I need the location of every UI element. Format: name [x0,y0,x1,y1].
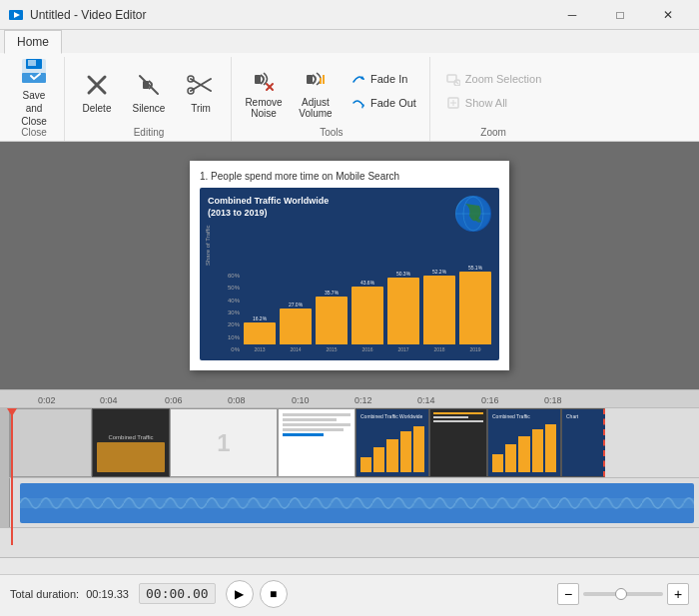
clip-7[interactable]: Combined Traffic [487,408,561,477]
ruler-mark-002: 0:02 [38,392,56,406]
editing-group-label: Editing [73,125,225,141]
remove-noise-button[interactable]: RemoveNoise [240,59,288,123]
ribbon-group-editing: Delete Silence [67,57,232,141]
clip-1[interactable] [10,408,92,477]
trim-icon [185,69,217,101]
zoom-slider[interactable] [583,592,663,596]
bar-2013 [244,322,276,344]
timeline-ruler[interactable]: 0:02 0:04 0:06 0:08 0:10 0:12 0:14 0:16 … [0,390,699,408]
maximize-button[interactable]: □ [597,0,643,30]
fade-in-icon [350,71,366,87]
clip-6-content [430,409,486,476]
slide-preview: 1. People spend more time on Mobile Sear… [190,161,509,370]
fade-out-icon [350,95,366,111]
bars-container: 16.2% 2013 27.0% 2014 35.7% 2015 [244,273,491,352]
show-all-button[interactable]: Show All [438,92,548,114]
ruler-marks: 0:02 0:04 0:06 0:08 0:10 0:12 0:14 0:16 … [10,390,699,407]
bar-group-2015: 35.7% 2015 [316,290,348,352]
window-title: Untitled - Video Editor [30,8,549,22]
ruler-mark-004: 0:04 [100,392,118,406]
fade-in-label: Fade In [370,73,407,85]
y-axis-label: Share of Traffic [205,225,211,266]
bar-2019 [459,272,491,344]
video-track[interactable]: Combined Traffic 1 [0,408,699,478]
window-controls: ─ □ ✕ [549,0,691,30]
editing-group-content: Delete Silence [73,57,225,125]
clip-8[interactable]: Chart [561,408,605,477]
stop-button[interactable]: ■ [260,580,288,608]
adjust-volume-button[interactable]: AdjustVolume [292,59,340,123]
fade-buttons-col: Fade In Fade Out [344,68,423,114]
silence-button[interactable]: Silence [125,59,173,123]
trim-label: Trim [191,103,211,114]
zoom-group-content: Zoom Selection Show All [438,57,548,125]
clip-5[interactable]: Combined Traffic Worldwide [355,408,429,477]
bar-group-2018: 52.2% 2018 [423,269,455,352]
svg-rect-19 [323,75,325,84]
timeline-tracks: Combined Traffic 1 [0,408,699,574]
bar-group-2013: 16.2% 2013 [244,315,276,352]
ruler-mark-016: 0:16 [481,392,499,406]
show-all-icon [445,95,461,111]
clip-4-content [279,409,354,476]
app-icon [8,7,24,23]
save-close-icon [18,55,50,87]
close-group-content: Save andClose [10,57,58,125]
bar-2014 [280,308,312,344]
clip-2-content: Combined Traffic [93,409,169,476]
tools-group-label: Tools [240,125,423,141]
svg-rect-14 [255,75,261,84]
ruler-mark-006: 0:06 [165,392,183,406]
audio-track[interactable] [0,478,699,528]
bar-2015 [316,297,348,344]
save-close-label: Save andClose [15,89,53,128]
ribbon-tabs: Home [0,30,699,53]
clip-4[interactable] [278,408,355,477]
close-button[interactable]: ✕ [645,0,691,30]
silence-label: Silence [133,103,166,114]
duration-value: 00:19.33 [86,588,129,600]
ruler-mark-008: 0:08 [228,392,246,406]
video-clips: Combined Traffic 1 [10,408,699,477]
play-button[interactable]: ▶ [226,580,254,608]
delete-button[interactable]: Delete [73,59,121,123]
zoom-selection-icon [445,71,461,87]
clip-3-content: 1 [171,409,277,476]
minimize-button[interactable]: ─ [549,0,595,30]
fade-in-button[interactable]: Fade In [344,68,423,90]
zoom-out-button[interactable]: − [557,583,579,605]
total-duration-label: Total duration: 00:19.33 [10,588,129,600]
save-and-close-button[interactable]: Save andClose [10,59,58,123]
ribbon-group-close: Save andClose Close [4,57,65,141]
close-group-label: Close [10,125,58,141]
zoom-in-button[interactable]: + [667,583,689,605]
fade-out-label: Fade Out [370,97,416,109]
zoom-buttons-col: Zoom Selection Show All [438,68,548,114]
zoom-selection-button[interactable]: Zoom Selection [438,68,548,90]
chart-title-area: Combined Traffic Worldwide(2013 to 2019) [208,196,491,232]
timeline-area: 0:02 0:04 0:06 0:08 0:10 0:12 0:14 0:16 … [0,389,699,574]
trim-button[interactable]: Trim [177,59,225,123]
fade-out-button[interactable]: Fade Out [344,92,423,114]
bar-2016 [351,287,383,344]
ruler-mark-012: 0:12 [354,392,372,406]
bar-2017 [387,278,419,344]
ribbon: Home Save andClose [0,30,699,142]
zoom-group-label: Zoom [438,125,548,141]
clip-3[interactable]: 1 [170,408,278,477]
transport-controls: ▶ ■ [226,580,288,608]
clip-6[interactable] [429,408,487,477]
zoom-slider-thumb[interactable] [615,588,627,600]
delete-icon [81,69,113,101]
silence-icon [133,69,165,101]
audio-waveform [20,483,694,523]
svg-line-24 [455,82,458,85]
clip-8-content: Chart [562,409,603,476]
clip-2[interactable]: Combined Traffic [92,408,170,477]
tab-home[interactable]: Home [4,30,62,54]
ribbon-content: Save andClose Close Delete [0,53,699,141]
ruler-mark-014: 0:14 [417,392,435,406]
timecode-display: 00:00.00 [139,583,216,604]
show-all-label: Show All [465,97,507,109]
clip-7-content: Combined Traffic [488,409,560,476]
